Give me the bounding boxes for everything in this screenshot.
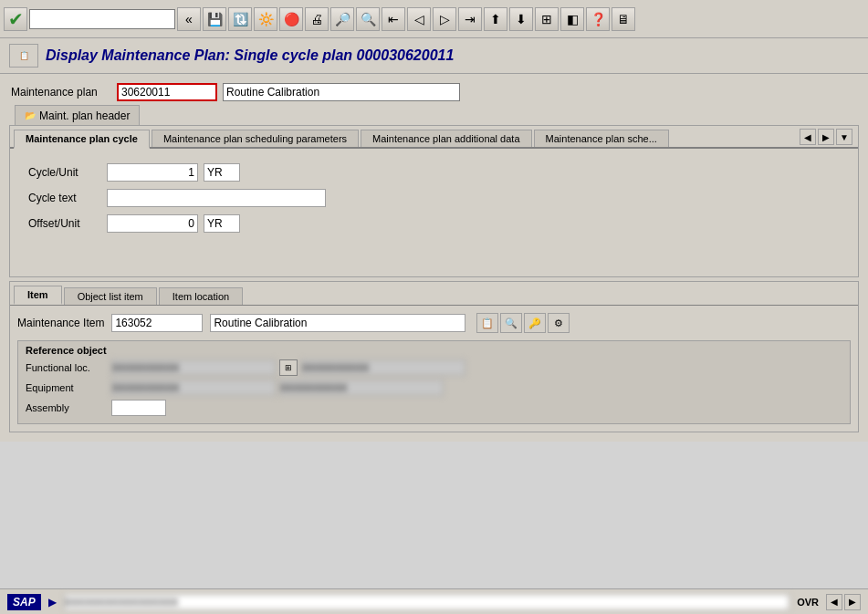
upload-icon: ⬆: [490, 12, 501, 26]
assembly-input[interactable]: [111, 400, 166, 416]
next-page-button[interactable]: ▷: [433, 7, 456, 31]
tab-maintenance-plan-sche[interactable]: Maintenance plan sche...: [534, 130, 669, 147]
maintenance-item-row: Maintenance Item 📋 🔍 🔑 ⚙: [17, 313, 851, 333]
page-title: Display Maintenance Plan: Single cycle p…: [46, 47, 454, 64]
back-icon: «: [185, 12, 193, 26]
tab-prev-button[interactable]: ◀: [800, 129, 816, 145]
object-icon: ◧: [567, 12, 579, 26]
sap-logo: SAP: [7, 594, 41, 610]
execute-button[interactable]: 🔆: [254, 7, 277, 31]
tab-content-cycle: Cycle/Unit Cycle text Offset/Unit: [10, 149, 858, 276]
command-input[interactable]: [29, 9, 175, 29]
expand-icon: ⊞: [285, 363, 292, 372]
search-icon: 🔍: [505, 317, 518, 329]
tab-object-list-item[interactable]: Object list item: [64, 287, 157, 305]
layout-button[interactable]: ⊞: [535, 7, 559, 31]
tab-item-location[interactable]: Item location: [159, 287, 243, 305]
prev-page-button[interactable]: ◁: [407, 7, 431, 31]
maintenance-plan-label: Maintenance plan: [11, 86, 111, 99]
help-button[interactable]: ❓: [586, 7, 610, 31]
reference-object-title: Reference object: [26, 345, 842, 356]
maintenance-plan-desc-input[interactable]: [223, 83, 460, 101]
back-button[interactable]: «: [177, 7, 201, 31]
maintenance-item-desc-input[interactable]: [210, 314, 465, 332]
refresh-button[interactable]: 🔃: [228, 7, 252, 31]
cycle-fields: Cycle/Unit Cycle text Offset/Unit: [28, 163, 840, 233]
title-bar: 📋 Display Maintenance Plan: Single cycle…: [0, 38, 868, 74]
bottom-content: Maintenance Item 📋 🔍 🔑 ⚙: [10, 306, 858, 432]
status-prev-button[interactable]: ◀: [826, 594, 842, 610]
main-tabs-section: Maintenance plan cycle Maintenance plan …: [9, 125, 859, 277]
cycle-unit-input[interactable]: [107, 163, 198, 182]
find-next-button[interactable]: 🔍: [356, 7, 380, 31]
help-icon: ❓: [591, 12, 606, 26]
cycle-text-row: Cycle text: [28, 189, 840, 207]
cancel-button[interactable]: 🔴: [279, 7, 303, 31]
maintenance-plan-input[interactable]: [117, 83, 217, 101]
bottom-section: Item Object list item Item location Main…: [9, 281, 859, 432]
first-page-button[interactable]: ⇤: [382, 7, 405, 31]
cycle-unit-row: Cycle/Unit: [28, 163, 840, 182]
layout-icon: ⊞: [541, 12, 552, 26]
monitor-button[interactable]: 🖥: [612, 7, 635, 31]
refresh-icon: 🔃: [233, 12, 248, 26]
functional-loc-icon-button[interactable]: ⊞: [279, 359, 298, 376]
offset-unit-label: Offset/Unit: [28, 217, 101, 230]
check-button[interactable]: ✔: [4, 7, 27, 31]
offset-unit-input[interactable]: [107, 214, 198, 233]
equipment-desc-input[interactable]: [279, 380, 444, 396]
download-button[interactable]: ⬇: [509, 7, 533, 31]
offset-unit-row: Offset/Unit: [28, 214, 840, 233]
status-bar: SAP ▶ OVR ◀ ▶: [0, 588, 868, 614]
maint-plan-header-tab[interactable]: 📂 Maint. plan header: [15, 105, 140, 125]
cancel-icon: 🔴: [284, 12, 299, 26]
upload-button[interactable]: ⬆: [484, 7, 507, 31]
reference-object-box: Reference object Functional loc. ⊞ Equip…: [17, 340, 851, 424]
maintenance-plan-row: Maintenance plan: [5, 79, 863, 105]
key-item-button[interactable]: 🔑: [524, 313, 546, 333]
execute-icon: 🔆: [258, 12, 274, 26]
check-icon: ✔: [8, 8, 24, 30]
cycle-text-input[interactable]: [107, 189, 326, 207]
search-item-button[interactable]: 🔍: [500, 313, 522, 333]
status-input[interactable]: [64, 594, 790, 610]
cycle-unit-unit-input[interactable]: [204, 163, 240, 182]
object-button[interactable]: ◧: [560, 7, 584, 31]
equipment-label: Equipment: [26, 382, 108, 393]
status-next-button[interactable]: ▶: [844, 594, 861, 610]
maintenance-item-icons: 📋 🔍 🔑 ⚙: [476, 313, 570, 333]
equipment-input[interactable]: [111, 380, 276, 396]
tab-maintenance-plan-scheduling[interactable]: Maintenance plan scheduling parameters: [152, 130, 359, 147]
find-icon: 🔎: [335, 12, 350, 26]
settings-item-button[interactable]: ⚙: [548, 313, 570, 333]
functional-loc-desc-input[interactable]: [301, 359, 465, 376]
prev-page-icon: ◁: [414, 12, 424, 26]
offset-unit-unit-input[interactable]: [204, 214, 240, 233]
bottom-tabs-header: Item Object list item Item location: [10, 282, 858, 306]
find-next-icon: 🔍: [361, 12, 376, 26]
tab-maintenance-plan-cycle[interactable]: Maintenance plan cycle: [14, 130, 150, 149]
assembly-label: Assembly: [26, 402, 108, 413]
monitor-icon: 🖥: [617, 12, 630, 26]
cycle-text-label: Cycle text: [28, 192, 101, 204]
maintenance-item-input[interactable]: [111, 314, 203, 332]
functional-loc-input[interactable]: [111, 359, 276, 376]
tab-maintenance-plan-additional[interactable]: Maintenance plan additional data: [361, 130, 531, 147]
title-icon: 📋: [9, 44, 38, 68]
last-page-button[interactable]: ⇥: [458, 7, 482, 31]
tab-next-button[interactable]: ▶: [818, 129, 834, 145]
settings-icon: ⚙: [554, 317, 563, 329]
equipment-row: Equipment: [26, 380, 842, 396]
find-button[interactable]: 🔎: [330, 7, 354, 31]
functional-loc-label: Functional loc.: [26, 362, 108, 373]
download-icon: ⬇: [516, 12, 527, 26]
tab-item[interactable]: Item: [14, 286, 62, 305]
copy-item-button[interactable]: 📋: [476, 313, 498, 333]
print-button[interactable]: 🖨: [305, 7, 329, 31]
tab-menu-button[interactable]: ▼: [836, 129, 852, 145]
save-button[interactable]: 💾: [203, 7, 226, 31]
last-page-icon: ⇥: [465, 12, 476, 26]
main-content: Maintenance plan 📂 Maint. plan header Ma…: [0, 74, 868, 442]
folder-icon: 📂: [25, 110, 36, 120]
status-arrow-icon: ▶: [48, 596, 57, 609]
